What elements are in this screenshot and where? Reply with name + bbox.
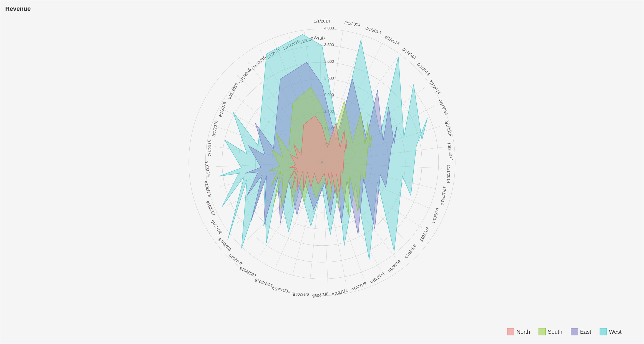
svg-point-100 [321, 161, 323, 163]
svg-text:5/1/2016: 5/1/2016 [203, 181, 212, 198]
legend-item-west: West [600, 328, 622, 335]
svg-text:11/1/2015: 11/1/2015 [254, 278, 273, 288]
legend-item-east: East [571, 328, 591, 335]
legend-label-north: North [517, 329, 530, 335]
legend-label-south: South [548, 329, 562, 335]
legend-item-north: North [507, 328, 530, 335]
svg-text:7/1/2016: 7/1/2016 [207, 140, 212, 156]
chart-title: Revenue [5, 5, 31, 13]
svg-text:9/1/2016: 9/1/2016 [218, 101, 227, 118]
svg-text:11/1/2014: 11/1/2014 [446, 164, 451, 183]
svg-text:8/1/2015: 8/1/2015 [312, 291, 329, 299]
svg-text:12/1/2015: 12/1/2015 [239, 266, 257, 278]
radar-chart: 500 1,000 1,500 2,000 2,500 3,000 3,500 … [128, 18, 516, 310]
svg-text:12/1/2016: 12/1/2016 [250, 55, 267, 71]
svg-text:1/1/2014: 1/1/2014 [431, 207, 441, 224]
svg-text:3,500: 3,500 [324, 43, 334, 47]
svg-text:3,000: 3,000 [324, 59, 334, 64]
chart-legend: North South East West [507, 328, 622, 335]
svg-text:10/1: 10/1 [317, 35, 326, 41]
svg-text:7/1/2014: 7/1/2014 [428, 79, 442, 95]
svg-text:6/1/2014: 6/1/2014 [416, 62, 431, 76]
svg-text:5/1/2014: 5/1/2014 [401, 47, 417, 60]
legend-color-south [539, 328, 546, 335]
legend-item-south: South [539, 328, 562, 335]
svg-text:1/1/2014: 1/1/2014 [314, 19, 330, 23]
svg-text:12/1/2014: 12/1/2014 [440, 186, 447, 205]
svg-text:3/1/2016: 3/1/2016 [210, 219, 223, 235]
svg-text:4/1/2014: 4/1/2014 [384, 34, 401, 46]
svg-text:4,000: 4,000 [324, 26, 334, 30]
svg-text:9/1/2015: 9/1/2015 [293, 292, 309, 297]
svg-text:2/1/2016: 2/1/2016 [217, 237, 232, 252]
legend-color-west [600, 328, 607, 335]
svg-text:6/1/2016: 6/1/2016 [204, 160, 211, 177]
legend-color-north [507, 328, 514, 335]
legend-label-east: East [580, 329, 591, 335]
svg-text:10/1/2014: 10/1/2014 [447, 142, 454, 161]
svg-text:4/1/2015: 4/1/2015 [388, 259, 402, 273]
chart-area: 500 1,000 1,500 2,000 2,500 3,000 3,500 … [0, 17, 644, 310]
svg-text:3/1/2015: 3/1/2015 [404, 243, 417, 259]
legend-color-east [571, 328, 578, 335]
svg-text:10/1/2015: 10/1/2015 [271, 286, 291, 294]
svg-text:9/1/2014: 9/1/2014 [444, 120, 453, 137]
svg-text:1/1/2016: 1/1/2016 [228, 253, 244, 266]
svg-text:3/1/2014: 3/1/2014 [365, 26, 382, 35]
svg-text:2/1/2015: 2/1/2015 [419, 226, 431, 243]
svg-text:2/1/2014: 2/1/2014 [344, 20, 361, 27]
svg-text:6/1/2015: 6/1/2015 [351, 281, 368, 293]
svg-text:5/1/2015: 5/1/2015 [369, 271, 385, 285]
svg-text:10/1/2016: 10/1/2016 [227, 82, 239, 101]
legend-label-west: West [609, 329, 622, 335]
svg-text:4/1/2016: 4/1/2016 [205, 200, 217, 217]
svg-text:7/1/2015: 7/1/2015 [331, 288, 348, 297]
svg-text:8/1/2014: 8/1/2014 [437, 99, 449, 116]
chart-container: Revenue [0, 0, 644, 344]
svg-text:11/1/2016: 11/1/2016 [237, 67, 252, 85]
